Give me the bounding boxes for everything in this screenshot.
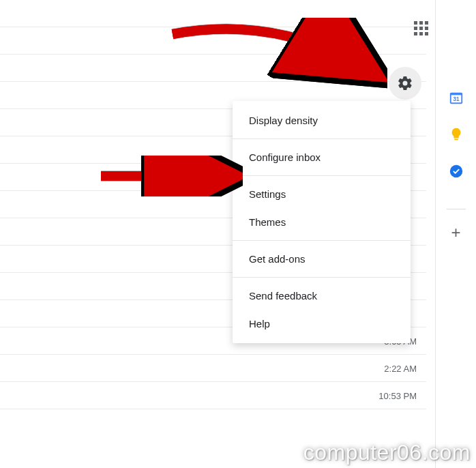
apps-launcher-icon[interactable] xyxy=(414,21,428,35)
row-time: 2:22 AM xyxy=(384,363,417,373)
gear-icon xyxy=(397,75,413,91)
row-time: 10:53 PM xyxy=(378,390,417,400)
settings-button[interactable] xyxy=(389,67,421,100)
chevron-down-icon xyxy=(368,76,382,90)
divider xyxy=(233,175,411,176)
svg-point-4 xyxy=(449,165,462,177)
divider xyxy=(233,240,411,241)
menu-item-help[interactable]: Help xyxy=(233,310,411,338)
calendar-icon[interactable]: 31 xyxy=(449,90,464,105)
divider xyxy=(447,209,466,209)
table-row[interactable]: 2:22 AM xyxy=(0,355,426,382)
svg-rect-3 xyxy=(454,138,458,140)
table-row[interactable] xyxy=(0,27,426,55)
toolbar-split-button[interactable] xyxy=(368,76,382,90)
side-panel: 31 + xyxy=(435,0,476,468)
divider xyxy=(233,138,411,139)
table-row[interactable] xyxy=(0,0,426,27)
table-row[interactable] xyxy=(0,55,426,82)
settings-menu: Display density Configure inbox Settings… xyxy=(233,101,411,343)
menu-item-themes[interactable]: Themes xyxy=(233,208,411,236)
menu-item-settings[interactable]: Settings xyxy=(233,180,411,208)
watermark: computer06.com xyxy=(303,440,471,465)
menu-item-send-feedback[interactable]: Send feedback xyxy=(233,282,411,310)
add-addon-button[interactable]: + xyxy=(451,223,460,242)
menu-item-display-density[interactable]: Display density xyxy=(233,106,411,134)
tasks-icon[interactable] xyxy=(449,164,464,179)
menu-item-configure-inbox[interactable]: Configure inbox xyxy=(233,143,411,171)
menu-item-get-addons[interactable]: Get add-ons xyxy=(233,245,411,273)
svg-text:31: 31 xyxy=(453,96,460,102)
keep-icon[interactable] xyxy=(449,127,464,142)
table-row[interactable]: 10:53 PM xyxy=(0,382,426,409)
divider xyxy=(233,277,411,278)
